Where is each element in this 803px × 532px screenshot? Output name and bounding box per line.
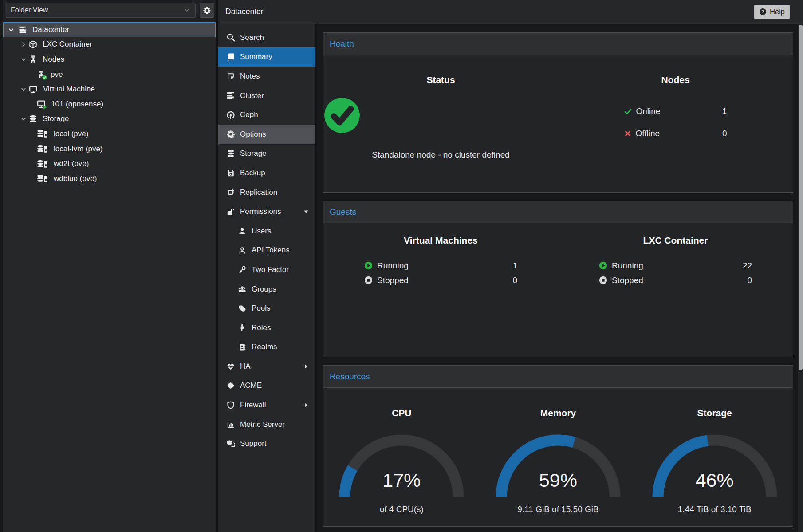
gear-icon (203, 7, 211, 14)
tree-item-lxc-container[interactable]: LXC Container (3, 37, 216, 52)
check-circle-icon (323, 97, 361, 134)
chevron-down-icon[interactable] (20, 86, 27, 93)
lxc-stopped-count: 0 (747, 276, 752, 285)
menu-item-metric-server[interactable]: Metric Server (218, 415, 315, 434)
menu-item-ha[interactable]: HA (218, 357, 315, 376)
view-mode-select[interactable]: Folder View (5, 3, 196, 18)
tree-item-nodes[interactable]: Nodes (3, 52, 216, 67)
tree-item-label: wd2t (pve) (54, 159, 89, 168)
ceph-icon (226, 111, 236, 119)
tree-settings-button[interactable] (200, 3, 214, 18)
health-panel: Health Status Standalone node - no clust… (323, 32, 793, 193)
floppy-icon (226, 169, 236, 177)
storage-gauge: 46% (648, 430, 781, 503)
storage-percent: 46% (648, 469, 781, 491)
tree-item-label: LXC Container (43, 40, 92, 49)
building-icon (29, 55, 37, 63)
play-circle-icon (599, 261, 607, 270)
tree-item-label: local (pve) (54, 130, 88, 138)
unlock-icon (226, 208, 236, 216)
tree-item-pve[interactable]: pve (3, 67, 216, 82)
tree-item-label: Nodes (43, 55, 64, 64)
menu-item-realms[interactable]: Realms (218, 338, 315, 357)
users-icon (237, 285, 247, 293)
tree-item-local-lvm[interactable]: local-lvm (pve) (3, 142, 216, 157)
storage-drive-icon (37, 145, 48, 153)
tree-item-virtual-machine[interactable]: Virtual Machine (3, 82, 216, 97)
chevron-down-icon[interactable] (20, 56, 27, 63)
vm-stopped-count: 0 (512, 276, 517, 285)
menu-item-firewall[interactable]: Firewall (218, 395, 315, 415)
storage-detail: 1.44 TiB of 3.10 TiB (636, 504, 793, 514)
cpu-gauge: 17% (335, 430, 468, 503)
tag-icon (237, 305, 247, 312)
desktop-icon (29, 85, 38, 94)
menu-item-roles[interactable]: Roles (218, 318, 315, 338)
health-panel-header: Health (323, 33, 793, 55)
vertical-scrollbar[interactable] (798, 24, 803, 532)
menu-item-options[interactable]: Options (218, 125, 315, 144)
proxmox-datacenter-screen: Folder View Datacenter LXC Container (0, 0, 803, 532)
menu-item-api-tokens[interactable]: API Tokens (218, 241, 315, 260)
menu-item-acme[interactable]: ACME (218, 376, 315, 396)
tree-item-wdblue[interactable]: wdblue (pve) (3, 171, 216, 186)
memory-detail: 9.11 GiB of 15.50 GiB (480, 504, 637, 514)
memory-column: Memory 59% 9.11 GiB of 15.50 GiB (480, 388, 637, 514)
menu-item-support[interactable]: Support (218, 434, 315, 453)
bar-chart-icon (226, 421, 236, 429)
menu-item-storage[interactable]: Storage (218, 144, 315, 164)
virtual-machines-heading: Virtual Machines (323, 235, 558, 246)
storage-drive-icon (37, 160, 48, 168)
menu-item-two-factor[interactable]: Two Factor (218, 260, 315, 280)
cpu-percent: 17% (335, 469, 468, 491)
tree-item-storage[interactable]: Storage (3, 112, 216, 127)
caret-right-icon[interactable] (303, 402, 309, 408)
desktop-running-icon (37, 100, 46, 108)
vm-running-row: Running 1 (364, 258, 517, 273)
heartbeat-icon (226, 363, 236, 370)
key-icon (237, 266, 247, 273)
play-circle-icon (364, 261, 373, 270)
tree-item-datacenter[interactable]: Datacenter (3, 22, 216, 37)
chevron-down-icon[interactable] (8, 26, 15, 33)
tree-item-101-opnsense[interactable]: 101 (opnsense) (3, 97, 216, 112)
vm-stopped-row: Stopped 0 (364, 273, 517, 288)
menu-item-groups[interactable]: Groups (218, 280, 315, 299)
search-icon (226, 33, 236, 42)
tree-item-local[interactable]: local (pve) (3, 126, 216, 142)
cluster-icon (226, 91, 236, 100)
menu-item-notes[interactable]: Notes (218, 67, 315, 86)
menu-item-permissions[interactable]: Permissions (218, 202, 315, 221)
tree-item-label: Virtual Machine (43, 85, 95, 94)
menu-item-pools[interactable]: Pools (218, 299, 315, 318)
datacenter-menu: Search Summary Notes Cluster Ceph Option… (218, 24, 315, 532)
caret-down-icon[interactable] (303, 209, 309, 215)
status-column: Status Standalone node - no cluster defi… (323, 55, 558, 160)
caret-right-icon[interactable] (303, 363, 309, 370)
vm-running-count: 1 (512, 261, 517, 271)
lxc-stopped-row: Stopped 0 (599, 273, 752, 288)
lxc-heading: LXC Container (558, 235, 793, 246)
chevron-right-icon[interactable] (20, 41, 27, 48)
scrollbar-thumb[interactable] (799, 25, 803, 370)
online-count: 1 (722, 106, 727, 116)
menu-item-search[interactable]: Search (218, 28, 315, 47)
database-icon (226, 150, 236, 158)
building-online-icon (37, 70, 45, 79)
menu-item-summary[interactable]: Summary (218, 47, 315, 67)
stop-circle-icon (599, 276, 607, 284)
user-outline-icon (237, 247, 247, 254)
menu-item-users[interactable]: Users (218, 221, 315, 241)
menu-item-ceph[interactable]: Ceph (218, 105, 315, 125)
resource-tree-panel: Folder View Datacenter LXC Container (3, 0, 216, 532)
help-button[interactable]: Help (754, 5, 790, 19)
menu-item-backup[interactable]: Backup (218, 163, 315, 183)
menu-item-replication[interactable]: Replication (218, 183, 315, 202)
menu-item-cluster[interactable]: Cluster (218, 86, 315, 106)
view-mode-value: Folder View (11, 6, 48, 14)
lxc-running-row: Running 22 (599, 258, 752, 273)
chevron-down-icon[interactable] (20, 115, 27, 122)
tree-item-wd2t[interactable]: wd2t (pve) (3, 156, 216, 171)
memory-heading: Memory (480, 407, 637, 418)
stop-circle-icon (364, 276, 373, 284)
